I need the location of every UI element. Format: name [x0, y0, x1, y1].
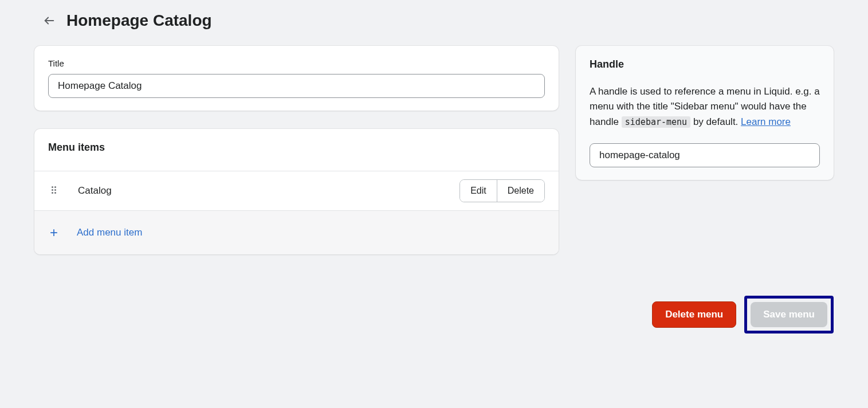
- edit-button[interactable]: Edit: [460, 180, 497, 202]
- back-arrow-icon[interactable]: [42, 14, 56, 28]
- plus-icon: +: [48, 225, 60, 241]
- menu-items-card: Menu items Catalog Edit Delete + Add men…: [34, 129, 559, 254]
- handle-desc-code: sidebar-menu: [622, 116, 690, 128]
- save-highlight: Save menu: [744, 296, 834, 334]
- add-menu-item-label: Add menu item: [77, 227, 142, 238]
- learn-more-link[interactable]: Learn more: [741, 116, 791, 127]
- title-card: Title: [34, 46, 559, 111]
- title-label: Title: [48, 58, 545, 68]
- menu-item-label: Catalog: [78, 185, 459, 197]
- delete-menu-button[interactable]: Delete menu: [652, 301, 736, 328]
- save-menu-button[interactable]: Save menu: [751, 302, 827, 327]
- handle-heading: Handle: [590, 58, 820, 70]
- handle-description: A handle is used to reference a menu in …: [590, 84, 820, 130]
- page-title: Homepage Catalog: [66, 11, 212, 30]
- title-input[interactable]: [48, 74, 545, 98]
- menu-item-row: Catalog Edit Delete: [34, 171, 559, 210]
- handle-desc-post: by default.: [690, 116, 741, 127]
- footer-actions: Delete menu Save menu: [34, 296, 834, 334]
- add-menu-item-button[interactable]: + Add menu item: [34, 210, 559, 254]
- delete-button[interactable]: Delete: [497, 180, 544, 202]
- handle-card: Handle A handle is used to reference a m…: [576, 46, 834, 180]
- drag-handle-icon[interactable]: [52, 186, 61, 195]
- menu-items-heading: Menu items: [34, 129, 559, 171]
- handle-input[interactable]: [590, 143, 820, 167]
